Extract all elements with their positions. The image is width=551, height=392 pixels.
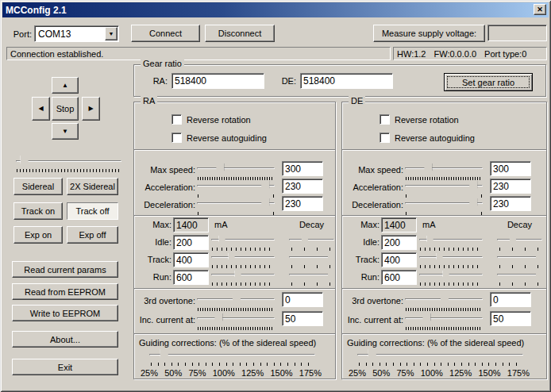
slider-thumb[interactable] <box>214 313 222 325</box>
slider-thumb[interactable] <box>219 236 225 245</box>
idle-current-input[interactable] <box>381 235 417 250</box>
guiding-corrections-slider[interactable] <box>149 349 315 362</box>
slider-track[interactable] <box>497 256 542 258</box>
slider-thumb[interactable] <box>536 253 542 263</box>
slider-track[interactable] <box>289 239 334 240</box>
max-speed-slider[interactable] <box>405 163 483 175</box>
slew-left-button[interactable]: ◀ <box>32 97 50 121</box>
track-current-input[interactable] <box>173 252 209 267</box>
slider-track[interactable] <box>405 167 483 169</box>
reverse-rotation-checkbox[interactable] <box>171 114 182 125</box>
slider-track[interactable] <box>149 354 315 355</box>
deceleration-input[interactable] <box>490 196 531 211</box>
acceleration-slider[interactable] <box>405 180 483 193</box>
slider-track[interactable] <box>197 167 275 169</box>
slider-thumb[interactable] <box>422 313 430 325</box>
slider-thumb[interactable] <box>469 198 477 210</box>
slider-track[interactable] <box>211 274 275 275</box>
guiding-corrections-slider[interactable] <box>357 349 523 362</box>
run-current-input[interactable] <box>381 270 417 285</box>
inc-current-input[interactable] <box>282 311 323 326</box>
idle-current-input[interactable] <box>173 235 209 250</box>
overtone-slider[interactable] <box>197 294 275 306</box>
slider-track[interactable] <box>197 317 275 319</box>
de-gear-input[interactable] <box>300 73 393 89</box>
overtone-input[interactable] <box>282 292 323 307</box>
idle-current-slider[interactable] <box>419 236 483 245</box>
run-current-slider[interactable] <box>419 271 483 280</box>
slew-speed-slider[interactable] <box>16 156 121 168</box>
write-to-eeprom-button[interactable]: Write to EEPROM <box>12 305 118 321</box>
slider-thumb[interactable] <box>510 236 516 245</box>
reverse-autoguiding-checkbox[interactable] <box>171 133 182 143</box>
slider-track[interactable] <box>497 274 542 275</box>
reverse-rotation-checkbox[interactable] <box>380 114 390 125</box>
stop-button[interactable]: Stop <box>52 97 79 121</box>
about-button[interactable]: About... <box>12 331 118 348</box>
sidereal-2x-button[interactable]: 2X Sidereal <box>67 178 118 195</box>
slider-thumb[interactable] <box>424 163 432 175</box>
slider-thumb[interactable] <box>21 156 29 168</box>
exp-on-button[interactable]: Exp on <box>13 226 63 244</box>
port-select[interactable]: ▼ <box>34 25 119 42</box>
slew-right-button[interactable]: ▶ <box>82 97 100 121</box>
exit-button[interactable]: Exit <box>12 359 118 375</box>
overtone-input[interactable] <box>490 292 531 307</box>
slider-track[interactable] <box>497 239 542 240</box>
exp-off-button[interactable]: Exp off <box>67 226 118 244</box>
track-decay-slider[interactable] <box>497 253 542 263</box>
slider-track[interactable] <box>419 274 483 275</box>
inc-current-slider[interactable] <box>405 313 483 325</box>
port-dropdown-button[interactable]: ▼ <box>105 27 118 40</box>
slew-down-button[interactable]: ▼ <box>52 123 79 140</box>
track-on-button[interactable]: Track on <box>13 202 63 220</box>
slider-thumb[interactable] <box>235 271 241 280</box>
slew-up-button[interactable]: ▲ <box>52 77 79 94</box>
connect-button[interactable]: Connect <box>131 25 200 42</box>
slider-thumb[interactable] <box>443 271 449 280</box>
slider-track[interactable] <box>289 274 334 275</box>
slider-thumb[interactable] <box>261 198 269 210</box>
slider-thumb[interactable] <box>261 180 269 193</box>
slider-thumb[interactable] <box>216 163 224 175</box>
slider-track[interactable] <box>289 256 334 258</box>
slider-thumb[interactable] <box>441 294 449 306</box>
track-current-slider[interactable] <box>419 253 483 263</box>
max-speed-input[interactable] <box>490 161 531 176</box>
sidereal-button[interactable]: Sidereal <box>13 178 63 195</box>
measure-voltage-button[interactable]: Measure supply voltage: <box>373 25 485 42</box>
idle-decay-slider[interactable] <box>497 236 542 245</box>
idle-decay-slider[interactable] <box>289 236 334 245</box>
acceleration-input[interactable] <box>282 179 323 194</box>
ra-gear-input[interactable] <box>171 73 264 89</box>
read-from-eeprom-button[interactable]: Read from EEPROM <box>12 283 118 300</box>
slider-thumb[interactable] <box>427 236 433 245</box>
track-off-button[interactable]: Track off <box>67 202 118 220</box>
slider-thumb[interactable] <box>160 349 168 362</box>
reverse-autoguiding-checkbox[interactable] <box>380 133 390 143</box>
slider-thumb[interactable] <box>469 180 477 193</box>
slider-thumb[interactable] <box>328 253 334 263</box>
max-speed-slider[interactable] <box>197 163 275 175</box>
run-current-slider[interactable] <box>211 271 275 280</box>
idle-current-slider[interactable] <box>211 236 275 245</box>
run-current-input[interactable] <box>173 270 209 285</box>
slider-thumb[interactable] <box>437 253 443 263</box>
track-current-slider[interactable] <box>211 253 275 263</box>
run-decay-slider[interactable] <box>497 271 542 280</box>
acceleration-slider[interactable] <box>197 180 275 193</box>
track-current-input[interactable] <box>381 252 417 267</box>
close-button[interactable]: ✕ <box>534 4 546 15</box>
acceleration-input[interactable] <box>490 179 531 194</box>
disconnect-button[interactable]: Disconnect <box>205 25 275 42</box>
overtone-slider[interactable] <box>405 294 483 306</box>
slider-track[interactable] <box>405 317 483 319</box>
slider-track[interactable] <box>357 354 523 355</box>
port-input[interactable] <box>37 27 104 40</box>
max-speed-input[interactable] <box>282 161 323 176</box>
inc-current-input[interactable] <box>490 311 531 326</box>
run-decay-slider[interactable] <box>289 271 334 280</box>
deceleration-input[interactable] <box>282 196 323 211</box>
slider-thumb[interactable] <box>233 294 241 306</box>
slider-thumb[interactable] <box>302 236 308 245</box>
